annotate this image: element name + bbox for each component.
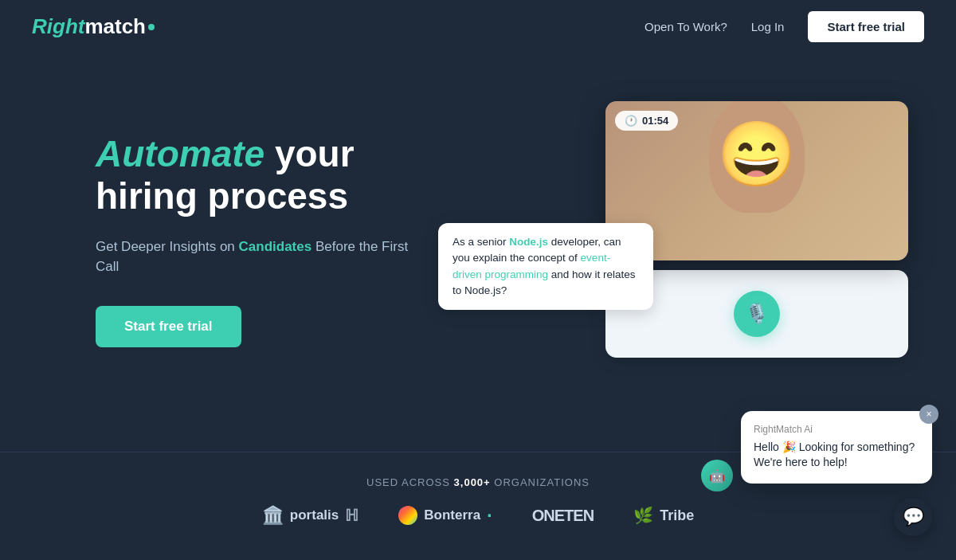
tribe-label: Tribe (660, 507, 694, 524)
tribe-icon: 🌿 (633, 506, 653, 525)
hero-subtitle: Get Deeper Insights on Candidates Before… (96, 237, 430, 277)
oneten-label: ONETEN (532, 507, 594, 525)
hero-title: Automate your hiring process (96, 133, 430, 217)
hero-subtitle-before: Get Deeper Insights on (96, 239, 239, 254)
video-timer: 🕐 01:54 (615, 111, 678, 131)
chat-popup-message: Hello 🎉 Looking for something? We're her… (754, 440, 919, 471)
nodejs-highlight: Node.js (509, 236, 548, 248)
hero-left: Automate your hiring process Get Deeper … (96, 101, 430, 347)
logo[interactable]: Right match (32, 14, 155, 39)
oneten-logo: ONETEN (532, 507, 594, 525)
clock-icon: 🕐 (625, 115, 637, 127)
used-across-label: USED ACROSS (366, 476, 454, 488)
portalis-logo: 🏛️ portalis ℍ (262, 505, 358, 526)
portalis-label: portalis (290, 507, 339, 523)
org-count: 3,000+ (454, 476, 491, 488)
chat-close-button[interactable]: × (919, 405, 938, 424)
chat-toggle-button[interactable]: 💬 (894, 498, 932, 536)
tribe-logo: 🌿 Tribe (633, 506, 694, 525)
logo-right-text: Right (32, 14, 84, 39)
bonterra-label: Bonterra (424, 507, 480, 523)
login-link[interactable]: Log In (751, 20, 785, 33)
nav-links: Open To Work? Log In Start free trial (645, 11, 924, 42)
bonterra-icon (398, 506, 417, 525)
portalis-icon: 🏛️ (262, 505, 284, 526)
bonterra-logo: Bonterra · (398, 504, 492, 527)
question-part1: As a senior (453, 236, 509, 248)
chat-avatar-icon: 🤖 (709, 468, 725, 484)
chat-bubble-icon: 💬 (903, 507, 924, 527)
logo-match-text: match (84, 14, 146, 39)
chat-popup[interactable]: × RightMatch Ai Hello 🎉 Looking for some… (741, 411, 932, 484)
organizations-label: ORGANIZATIONS (491, 476, 590, 488)
hero-right: 🕐 01:54 As a senior Node.js developer, c… (462, 101, 908, 358)
hero-start-trial-button[interactable]: Start free trial (96, 306, 241, 347)
navbar: Right match Open To Work? Log In Start f… (0, 0, 956, 53)
hero-candidates-highlight: Candidates (239, 239, 312, 254)
mic-button[interactable]: 🎙️ (734, 291, 780, 337)
chat-popup-header: RightMatch Ai (754, 424, 919, 435)
hero-title-highlight: Automate (96, 133, 264, 174)
hero-section: Automate your hiring process Get Deeper … (0, 53, 956, 452)
start-trial-button[interactable]: Start free trial (808, 11, 924, 42)
interview-question-bubble: As a senior Node.js developer, can you e… (438, 223, 653, 310)
chat-avatar: 🤖 (701, 460, 733, 491)
bonterra-dot: · (487, 504, 492, 527)
logo-dot-icon (148, 24, 155, 30)
portalis-letter-icon: ℍ (345, 506, 358, 525)
open-to-work-link[interactable]: Open To Work? (645, 20, 727, 33)
timer-value: 01:54 (642, 115, 668, 127)
chat-widget: 🤖 × RightMatch Ai Hello 🎉 Looking for so… (701, 411, 932, 536)
